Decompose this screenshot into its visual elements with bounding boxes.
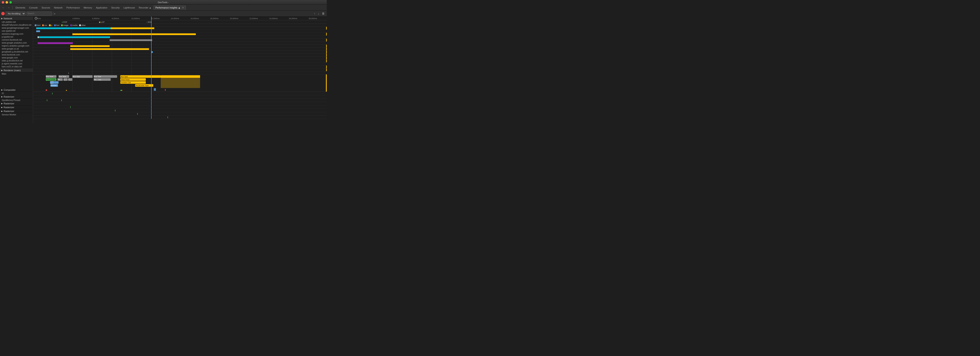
run-task-3[interactable]: Run Task xyxy=(72,75,92,78)
run-micr-block[interactable]: Run Micr... xyxy=(50,81,59,84)
tab-application[interactable]: Application xyxy=(94,6,109,9)
close-button[interactable] xyxy=(2,1,4,4)
nav-forward-button[interactable]: → xyxy=(6,6,11,9)
l-block[interactable]: L... xyxy=(64,78,68,81)
tab-elements[interactable]: Elements xyxy=(14,6,27,9)
domain-row-8: region1.analytics.google.com xyxy=(0,44,33,47)
minimize-button[interactable] xyxy=(6,1,8,4)
function-call-block[interactable]: Function Call xyxy=(120,81,146,84)
other-label: other xyxy=(81,24,86,26)
net-bar-11-right xyxy=(326,60,327,62)
tab-lighthouse[interactable]: Lighthouse xyxy=(122,6,137,9)
domain-row-10: googleads.g.doubleclick.net xyxy=(0,50,33,53)
small-block-1 xyxy=(46,90,47,91)
tab-close-icon[interactable]: ✕ xyxy=(182,6,184,9)
network-section-header[interactable]: ▶ Network xyxy=(0,17,33,21)
domain-row-11: www.facebook.com xyxy=(0,53,33,56)
html-color-box xyxy=(35,24,37,26)
time-0ms: 0ms xyxy=(37,17,41,19)
flame-cursor xyxy=(151,74,151,92)
small-block-2 xyxy=(66,90,67,91)
run-task-4[interactable]: Run Task xyxy=(94,75,117,78)
dcl-circle: ○ xyxy=(146,21,147,23)
re-lay-block[interactable]: Re... Lay... xyxy=(94,78,111,81)
tab-sources[interactable]: Sources xyxy=(40,6,52,9)
compositor-row xyxy=(33,92,327,95)
legend-css: css xyxy=(42,24,47,26)
clear-button[interactable]: 🗑 xyxy=(321,11,325,16)
rasterizer-row-3[interactable]: ▶ Rasterizer xyxy=(0,105,33,109)
io-row xyxy=(33,95,327,99)
rasterizer-2-cursor xyxy=(151,105,151,109)
renderer-collapse-icon: ▶ xyxy=(1,69,3,71)
recalculate-style-block[interactable]: Recalculate Style xyxy=(135,84,153,87)
net-row-2 xyxy=(33,33,327,36)
time-6000ms: 6,000ms xyxy=(92,17,100,19)
net-bar-2-right xyxy=(326,33,327,35)
domain-row-13: stats.g.doubleclick.net xyxy=(0,59,33,62)
compositor-row[interactable]: ▶ Compositor xyxy=(0,88,33,92)
traffic-lights xyxy=(2,1,12,4)
l2-block[interactable]: L... xyxy=(68,78,72,81)
media-color-box xyxy=(70,24,72,26)
timeline-ruler[interactable]: 0ms 4,000ms 6,000ms 8,000ms 10,000ms 12,… xyxy=(33,17,327,21)
css-label: css xyxy=(44,24,47,26)
tab-network[interactable]: Network xyxy=(52,6,64,9)
lcp-square: ■ xyxy=(99,21,100,24)
renderer-section-header[interactable]: ▶ Renderer (main) xyxy=(0,68,33,72)
legend-js: js xyxy=(49,24,52,26)
time-14000ms: 14,000ms xyxy=(171,17,179,19)
tab-performance-insights[interactable]: Performance insights ▲ ✕ xyxy=(153,6,186,10)
parse-html-block[interactable]: Parse HTML xyxy=(46,78,56,81)
maximize-button[interactable] xyxy=(10,1,12,4)
net-bar-6-right xyxy=(326,44,327,47)
net-bar-7 xyxy=(70,48,149,50)
functio-block[interactable]: Functio... xyxy=(51,84,58,87)
net-bar-3-grey xyxy=(38,37,40,38)
run-task-5[interactable]: Run Task xyxy=(120,75,161,78)
timer-fired-block[interactable]: Timer Fired xyxy=(120,78,146,81)
net-bar-8-right xyxy=(326,51,327,53)
io-cursor xyxy=(151,95,151,98)
timeline-cursor[interactable] xyxy=(35,17,37,19)
tab-console[interactable]: Console xyxy=(27,6,40,9)
tab-memory[interactable]: Memory xyxy=(82,6,94,9)
net-row-9 xyxy=(33,54,327,57)
nav-back-button[interactable]: ← xyxy=(1,6,6,9)
net-row-14 xyxy=(33,68,327,71)
rasterizer-row-4[interactable]: ▶ Rasterizer xyxy=(0,109,33,113)
run-task-2[interactable]: Run Task xyxy=(59,75,69,78)
time-10000ms: 10,000ms xyxy=(131,17,140,19)
time-16000ms: 16,000ms xyxy=(191,17,199,19)
upload-button[interactable]: ↑ xyxy=(313,11,316,16)
rasterizer-row-1[interactable]: ▶ Rasterizer xyxy=(0,95,33,99)
tab-security[interactable]: Security xyxy=(110,6,121,9)
left-panel: ▶ Network cdn.jsdelivr.net d2wy8f7a9ursn… xyxy=(0,17,33,123)
gpu-row-label: GpuMemoryThread xyxy=(0,99,33,101)
re-block[interactable]: Re... xyxy=(57,78,63,81)
net-bar-7-right xyxy=(326,47,327,51)
run-task-1[interactable]: Run Task xyxy=(46,75,56,78)
small-block-5 xyxy=(154,88,155,91)
record-button[interactable] xyxy=(1,12,5,15)
rasterizer-row-2[interactable]: ▶ Rasterizer xyxy=(0,101,33,105)
download-button[interactable]: ↓ xyxy=(317,11,320,16)
main-row-label: Main xyxy=(0,72,33,75)
secondary-toolbar: No throttling ● ↑ ↓ 🗑 xyxy=(0,11,327,17)
service-worker-label: Service Worker xyxy=(0,113,33,116)
search-input[interactable] xyxy=(26,11,52,16)
net-bar-4-right xyxy=(326,39,327,41)
tab-performance[interactable]: Performance xyxy=(65,6,81,9)
toolbar-separator-1 xyxy=(12,6,13,9)
legend-font: font xyxy=(54,24,59,26)
font-color-box xyxy=(54,24,56,26)
rasterizer-2-indicator xyxy=(70,106,71,108)
compositor-indicator xyxy=(52,93,52,94)
time-12000ms: 12,000ms xyxy=(151,17,160,19)
net-row-7 xyxy=(33,47,327,51)
throttle-select[interactable]: No throttling xyxy=(6,11,25,16)
tab-recorder[interactable]: Recorder ▲ xyxy=(137,6,153,9)
net-bar-8 xyxy=(151,51,153,53)
time-22000ms: 22,000ms xyxy=(250,17,258,19)
net-bar-0-right xyxy=(326,27,327,30)
